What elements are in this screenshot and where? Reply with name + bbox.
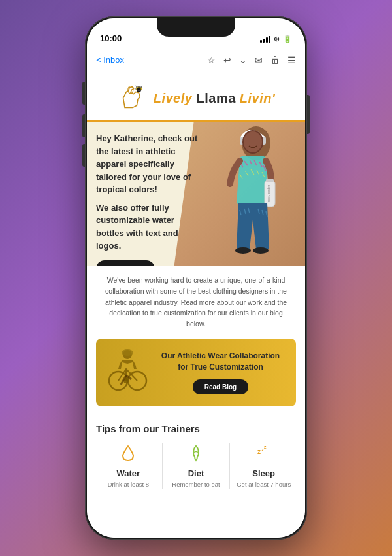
back-label: < Inbox bbox=[96, 55, 124, 65]
star-icon[interactable]: ☆ bbox=[207, 55, 216, 65]
menu-icon[interactable]: ☰ bbox=[287, 55, 296, 65]
llama-logo-icon bbox=[117, 82, 148, 114]
tips-heading: Tips from our Trainers bbox=[96, 423, 296, 434]
download-icon[interactable]: ⌄ bbox=[239, 55, 247, 65]
water-sub: Drink at least 8 bbox=[108, 480, 149, 489]
svg-point-15 bbox=[253, 247, 269, 254]
description-section: We've been working hard to create a uniq… bbox=[87, 266, 305, 339]
sleep-sub: Get at least 7 hours bbox=[237, 480, 291, 489]
phone-notch bbox=[157, 18, 235, 37]
trash-icon[interactable]: 🗑 bbox=[270, 55, 280, 65]
logo-livin: Livin' bbox=[236, 91, 275, 105]
tip-sleep: z z z Sleep Get at least 7 hours bbox=[231, 443, 296, 489]
read-blog-button[interactable]: Read Blog bbox=[193, 379, 248, 394]
svg-rect-12 bbox=[266, 179, 274, 182]
diet-label: Diet bbox=[188, 468, 204, 478]
diet-icon bbox=[186, 443, 206, 464]
water-icon bbox=[118, 443, 139, 464]
wifi-icon: ⊛ bbox=[274, 35, 280, 43]
cyclist-icon bbox=[106, 348, 149, 397]
sleep-label: Sleep bbox=[252, 468, 275, 478]
hero-section: LiquidPixels Hey Katherine, check out th… bbox=[87, 122, 305, 266]
water-label: Water bbox=[117, 468, 140, 478]
logo-llama-word: Llama bbox=[192, 91, 235, 105]
back-button[interactable]: < Inbox bbox=[96, 55, 124, 65]
tip-water: Water Drink at least 8 bbox=[96, 443, 161, 489]
svg-point-20 bbox=[122, 349, 133, 356]
divider-2 bbox=[229, 443, 230, 489]
email-toolbar: < Inbox ☆ ↩ ⌄ ✉ 🗑 ☰ bbox=[87, 47, 305, 73]
hero-subtext: We also offer fully customizable water b… bbox=[96, 201, 204, 252]
svg-text:z: z bbox=[264, 445, 267, 449]
blog-title: Our Athletic Wear Collaboration for True… bbox=[155, 351, 286, 373]
sleep-icon: z z z bbox=[253, 443, 274, 464]
signal-icon bbox=[260, 36, 271, 43]
woman-figure: LiquidPixels bbox=[207, 122, 299, 266]
reply-icon[interactable]: ↩ bbox=[223, 55, 231, 65]
svg-point-10 bbox=[244, 131, 262, 152]
battery-icon: 🔋 bbox=[283, 35, 292, 43]
phone-inner: 10:00 ⊛ 🔋 < Inbox ☆ ↩ ⌄ ✉ 🗑 ☰ bbox=[87, 18, 305, 538]
toolbar-icons: ☆ ↩ ⌄ ✉ 🗑 ☰ bbox=[207, 55, 296, 65]
svg-point-14 bbox=[235, 247, 251, 254]
logo-lively: Lively bbox=[154, 91, 193, 105]
description-text: We've been working hard to create a uniq… bbox=[100, 275, 292, 330]
email-content: Lively Llama Livin' bbox=[87, 73, 305, 538]
hero-headline: Hey Katherine, check out the latest in a… bbox=[96, 132, 204, 196]
svg-text:LiquidPixels: LiquidPixels bbox=[267, 185, 271, 203]
divider-1 bbox=[162, 443, 163, 489]
svg-text:z: z bbox=[257, 448, 261, 455]
tips-section: Tips from our Trainers Water Drink at le… bbox=[87, 415, 305, 494]
tip-diet: Diet Remember to eat bbox=[164, 443, 229, 489]
svg-point-5 bbox=[137, 87, 140, 92]
logo-text: Lively Llama Livin' bbox=[154, 91, 276, 106]
mail-icon[interactable]: ✉ bbox=[255, 55, 263, 65]
shop-now-button[interactable]: Shop Now bbox=[96, 260, 155, 266]
phone-frame: 10:00 ⊛ 🔋 < Inbox ☆ ↩ ⌄ ✉ 🗑 ☰ bbox=[85, 16, 307, 540]
status-time: 10:00 bbox=[100, 33, 122, 43]
status-icons: ⊛ 🔋 bbox=[260, 35, 293, 43]
hero-text: Hey Katherine, check out the latest in a… bbox=[87, 122, 214, 266]
tips-grid: Water Drink at least 8 Diet Remember to … bbox=[96, 443, 296, 489]
blog-text: Our Athletic Wear Collaboration for True… bbox=[155, 351, 286, 394]
diet-sub: Remember to eat bbox=[172, 480, 220, 489]
blog-banner: Our Athletic Wear Collaboration for True… bbox=[96, 339, 296, 406]
logo-section: Lively Llama Livin' bbox=[87, 73, 305, 122]
